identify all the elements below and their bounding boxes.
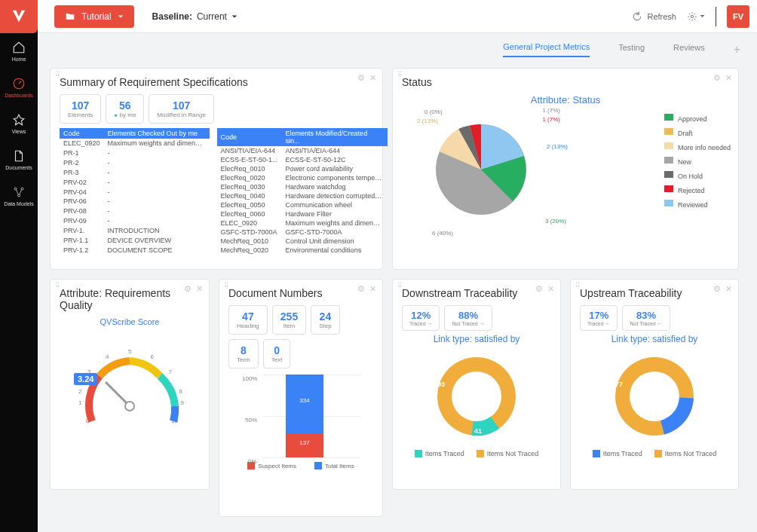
close-icon[interactable]: ✕ — [725, 284, 732, 294]
legend-item: Approved — [664, 114, 731, 124]
gear-icon[interactable]: ⚙ — [357, 73, 365, 83]
left-sidebar: Home Dashboards Views Documents Data Mod… — [0, 0, 38, 532]
table-row[interactable]: PRV-08- — [60, 206, 210, 216]
drag-handle-icon[interactable]: ⠿ — [397, 284, 403, 287]
tab-general[interactable]: General Project Metrics — [503, 42, 590, 57]
close-icon[interactable]: ✕ — [369, 284, 376, 294]
stat-traced[interactable]: 12%Traced → — [402, 305, 440, 331]
tab-reviews[interactable]: Reviews — [673, 43, 705, 57]
baseline-value: Current — [197, 11, 227, 22]
pie-legend: ApprovedDraftMore info neededNewOn HoldR… — [664, 114, 731, 214]
stat-by-me[interactable]: 56by me — [106, 94, 144, 124]
table-row[interactable]: ElecReq_0060Hardware Filter — [217, 209, 388, 219]
nav-label: Views — [12, 129, 26, 134]
svg-point-4 — [691, 15, 694, 18]
home-icon — [12, 41, 26, 54]
table-row[interactable]: ELEC_0920Maximum weights and dimensio... — [217, 219, 388, 228]
stat-box[interactable]: 255Item — [272, 305, 306, 335]
stat-box[interactable]: 47Heading — [228, 305, 268, 335]
gear-icon[interactable]: ⚙ — [184, 284, 192, 294]
table-row[interactable]: PR-1- — [60, 148, 210, 158]
table-row[interactable]: PR-2- — [60, 158, 210, 168]
dashboard-tabs: General Project Metrics Testing Reviews … — [503, 42, 740, 57]
stat-modified[interactable]: 107Modified in Range — [149, 94, 213, 124]
nav-label: Home — [12, 57, 26, 62]
table-row[interactable]: ElecReq_0020Electronic components temper… — [217, 173, 388, 182]
card-title: Summary of Requirement Specifications — [60, 76, 373, 88]
gear-icon[interactable]: ⚙ — [713, 284, 721, 294]
donut-subtitle: Link type: satisfied by — [402, 334, 551, 344]
legend-item: On Hold — [664, 171, 731, 182]
donut-legend: Items Traced Items Not Traced — [580, 450, 729, 457]
settings-dropdown[interactable] — [687, 11, 705, 22]
table-row[interactable]: ElecReq_0040Hardware detection corrupted… — [217, 191, 388, 200]
gear-icon[interactable]: ⚙ — [535, 284, 543, 294]
chevron-down-icon — [700, 14, 705, 19]
pie-chart: 0 (0%) 2 (13%) 1 (7%) 1 (7%) 2 (13%) 3 (… — [424, 113, 553, 241]
stat-elements[interactable]: 107Elements — [60, 94, 101, 124]
baseline-selector[interactable]: Baseline: Current — [152, 11, 238, 22]
close-icon[interactable]: ✕ — [725, 73, 732, 83]
table-row[interactable]: ElecReq_0050Communication wheel — [217, 200, 388, 209]
stat-box[interactable]: 0Text — [263, 339, 291, 368]
table-row[interactable]: PRV-06- — [60, 197, 210, 206]
gauge-chart: 3.24 0 1 2 3 4 5 6 7 8 9 10 — [69, 331, 190, 429]
table-row[interactable]: GSFC-STD-7000AGSFC-STD-7000A — [217, 228, 388, 237]
donut-chart: 293 41 — [428, 347, 526, 445]
card-summary: ⠿ ⚙✕ Summary of Requirement Specificatio… — [50, 68, 383, 270]
drag-handle-icon[interactable]: ⠿ — [397, 73, 403, 76]
nav-views[interactable]: Views — [0, 105, 38, 142]
top-bar: Tutorial Baseline: Current Refresh FV — [38, 0, 757, 33]
stat-traced[interactable]: 17%Traced ← — [580, 305, 618, 331]
app-logo[interactable] — [0, 0, 38, 33]
gear-icon[interactable]: ⚙ — [713, 73, 721, 83]
table-row[interactable]: ANSI/TIA/EIA-644ANSI/TIA/EIA-644 — [217, 146, 388, 155]
drag-handle-icon[interactable]: ⠿ — [575, 284, 581, 287]
stat-box[interactable]: 24Step — [311, 305, 339, 335]
table-row[interactable]: MechReq_0020Environmental conditions — [217, 246, 388, 255]
drag-handle-icon[interactable]: ⠿ — [55, 73, 61, 76]
card-title: Downstream Traceability — [402, 287, 551, 299]
nav-dashboards[interactable]: Dashboards — [0, 69, 38, 105]
table-row[interactable]: PRV-1.1DEVICE OVERVIEW — [60, 235, 210, 245]
table-row[interactable]: ElecReq_0030Hardware watchdog — [217, 182, 388, 191]
close-icon[interactable]: ✕ — [196, 284, 203, 294]
tab-testing[interactable]: Testing — [618, 43, 645, 57]
close-icon[interactable]: ✕ — [369, 73, 376, 83]
legend-item: Rejected — [664, 185, 731, 196]
drag-handle-icon[interactable]: ⠿ — [224, 284, 230, 287]
refresh-button[interactable]: Refresh — [632, 11, 676, 22]
table-row[interactable]: ELEC_0920Maximum weights and dimensio... — [60, 139, 210, 148]
table-row[interactable]: PRV-09- — [60, 216, 210, 226]
table-row[interactable]: PR-3- — [60, 167, 210, 177]
drag-handle-icon[interactable]: ⠿ — [55, 284, 61, 287]
bar-chart: 100% 50% 0% 137 334 — [241, 375, 361, 457]
table-row[interactable]: MechReq_0010Control Unit dimension — [217, 237, 388, 246]
stat-not-traced[interactable]: 88%Not Traced → — [444, 305, 492, 331]
tutorial-dropdown[interactable]: Tutorial — [54, 5, 134, 28]
gauge-icon — [12, 77, 26, 90]
close-icon[interactable]: ✕ — [547, 284, 554, 294]
table-row[interactable]: ElecReq_0010Power cord availability — [217, 164, 388, 173]
gauge-subtitle: QVScribe Score — [60, 317, 200, 326]
nav-documents[interactable]: Documents — [0, 142, 38, 178]
table-row[interactable]: PRV-1.INTRODUCTION — [60, 225, 210, 235]
add-tab-button[interactable]: + — [734, 43, 740, 57]
nav-home[interactable]: Home — [0, 33, 38, 69]
gear-icon[interactable]: ⚙ — [357, 284, 365, 294]
table-row[interactable]: ECSS-E-ST-50-1...ECSS-E-ST-50-12C — [217, 155, 388, 164]
stat-not-traced[interactable]: 83%Not Traced ← — [622, 305, 670, 331]
svg-point-7 — [125, 402, 134, 411]
donut-subtitle: Link type: satisfied by — [580, 334, 729, 344]
table-row[interactable]: PRV-02- — [60, 177, 210, 187]
table-modified: CodeElements Modified/Created sin...ANSI… — [217, 128, 388, 255]
document-icon — [12, 149, 26, 163]
stat-box[interactable]: 8Term — [228, 339, 259, 368]
tutorial-label: Tutorial — [81, 11, 112, 22]
chevron-down-icon — [231, 14, 238, 20]
table-row[interactable]: PRV-04- — [60, 187, 210, 197]
table-row[interactable]: PRV-1.2DOCUMENT SCOPE — [60, 245, 210, 255]
nav-data-models[interactable]: Data Models — [0, 178, 38, 214]
user-avatar[interactable]: FV — [727, 5, 749, 28]
nav-label: Data Models — [4, 201, 33, 206]
